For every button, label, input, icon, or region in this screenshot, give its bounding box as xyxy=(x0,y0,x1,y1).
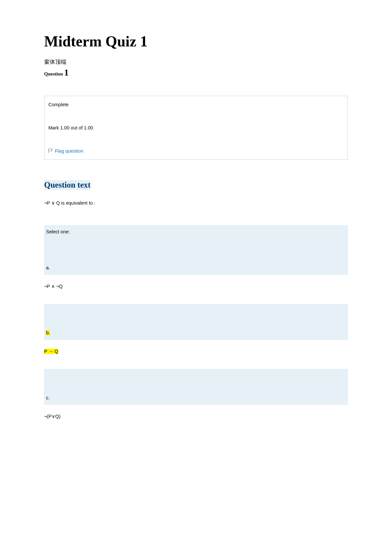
question-header: Question 1 xyxy=(44,67,348,78)
option-answer-b: P → Q xyxy=(44,349,348,354)
question-text-heading: Question text xyxy=(44,180,90,190)
option-letter-b: b. xyxy=(46,330,50,335)
option-b[interactable]: b. P → Q xyxy=(44,304,348,354)
page-title: Midterm Quiz 1 xyxy=(44,33,348,50)
question-info-box: Complete Mark 1.00 out of 1.00 Flag ques… xyxy=(44,96,348,160)
flag-question-link[interactable]: Flag question xyxy=(55,148,83,154)
option-c[interactable]: c. ¬(P∨Q) xyxy=(44,369,348,419)
option-letter-c: c. xyxy=(46,395,50,400)
option-answer-c: ¬(P∨Q) xyxy=(44,414,348,419)
option-a[interactable]: a. ¬P ∧ ¬Q xyxy=(44,239,348,289)
status-complete: Complete xyxy=(48,102,344,107)
form-top-text: 窗体顶端 xyxy=(44,58,348,66)
question-prompt: ¬P ∨ Q is equivalent to : xyxy=(44,200,348,206)
flag-icon xyxy=(48,148,53,154)
option-letter-a: a. xyxy=(46,265,50,270)
option-answer-a: ¬P ∧ ¬Q xyxy=(44,284,348,289)
status-mark: Mark 1.00 out of 1.00 xyxy=(48,125,344,130)
select-one-label: Select one: xyxy=(44,225,348,239)
question-number: 1 xyxy=(64,67,69,77)
flag-question-row[interactable]: Flag question xyxy=(48,148,344,154)
options-wrapper: a. ¬P ∧ ¬Q b. P → Q c. ¬(P∨Q) xyxy=(44,239,348,419)
question-label: Question xyxy=(44,71,63,76)
